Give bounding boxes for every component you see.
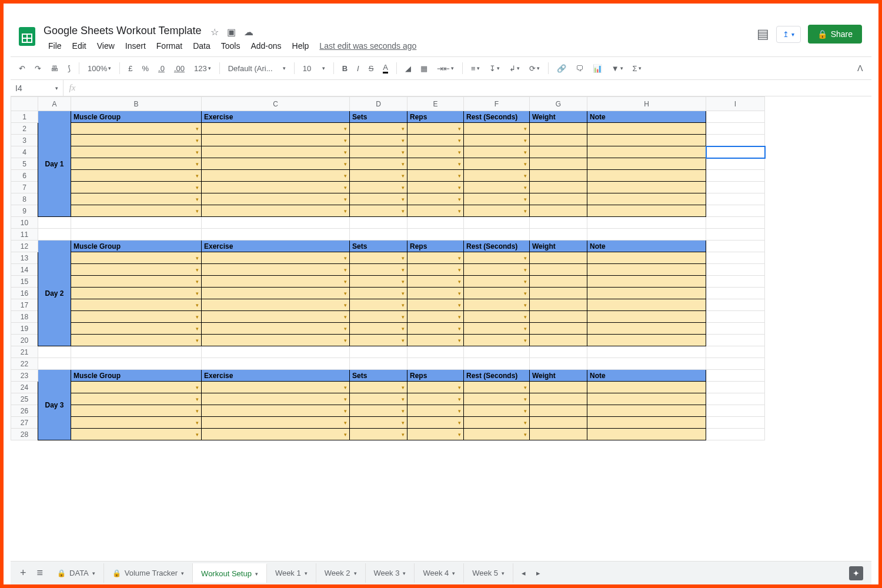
data-validation-cell[interactable] [202, 276, 350, 288]
row-header[interactable]: 12 [11, 240, 38, 252]
data-validation-cell[interactable] [407, 276, 464, 288]
column-header-cell[interactable]: Reps [407, 240, 464, 252]
data-validation-cell[interactable] [350, 135, 407, 146]
data-validation-cell[interactable] [350, 323, 407, 335]
column-header-cell[interactable]: Rest (Seconds) [464, 370, 530, 382]
data-validation-cell[interactable] [202, 429, 350, 440]
explore-button[interactable]: ✦ [849, 566, 863, 580]
tab-scroll-right-icon[interactable]: ▸ [536, 569, 540, 577]
input-cell[interactable] [530, 170, 587, 182]
data-validation-cell[interactable] [407, 382, 464, 393]
cell[interactable] [350, 217, 407, 229]
input-cell[interactable] [587, 429, 706, 440]
data-validation-cell[interactable] [407, 288, 464, 299]
input-cell[interactable] [587, 193, 706, 205]
input-cell[interactable] [530, 335, 587, 346]
input-cell[interactable] [587, 417, 706, 429]
input-cell[interactable] [530, 382, 587, 393]
halign-icon[interactable]: ≡▾ [467, 62, 483, 75]
data-validation-cell[interactable] [350, 417, 407, 429]
input-cell[interactable] [530, 193, 587, 205]
data-validation-cell[interactable] [202, 123, 350, 135]
data-validation-cell[interactable] [71, 311, 202, 323]
data-validation-cell[interactable] [71, 182, 202, 193]
data-validation-cell[interactable] [464, 288, 530, 299]
data-validation-cell[interactable] [202, 299, 350, 311]
input-cell[interactable] [587, 382, 706, 393]
data-validation-cell[interactable] [202, 323, 350, 335]
column-header-cell[interactable]: Sets [350, 370, 407, 382]
redo-icon[interactable]: ↷ [31, 62, 45, 75]
cell[interactable] [706, 252, 765, 264]
collapse-toolbar-icon[interactable]: ᐱ [854, 61, 867, 75]
data-validation-cell[interactable] [71, 299, 202, 311]
fill-color-icon[interactable]: ◢ [402, 62, 415, 75]
data-validation-cell[interactable] [350, 393, 407, 405]
input-cell[interactable] [530, 429, 587, 440]
row-header[interactable]: 27 [11, 417, 38, 429]
input-cell[interactable] [587, 182, 706, 193]
sheet-tab[interactable]: Week 3▾ [366, 563, 415, 583]
cell[interactable] [71, 358, 202, 370]
data-validation-cell[interactable] [464, 276, 530, 288]
link-icon[interactable]: 🔗 [553, 62, 570, 75]
data-validation-cell[interactable] [464, 299, 530, 311]
tab-menu-caret-icon[interactable]: ▾ [354, 570, 357, 576]
data-validation-cell[interactable] [350, 335, 407, 346]
tab-menu-caret-icon[interactable]: ▾ [403, 570, 406, 576]
day-label-cell[interactable]: Day 1 [38, 111, 71, 217]
menu-add-ons[interactable]: Add-ons [246, 40, 286, 52]
cell[interactable] [706, 323, 765, 335]
row-header[interactable]: 25 [11, 393, 38, 405]
sheet-tab[interactable]: Week 1▾ [267, 563, 316, 583]
row-header[interactable]: 8 [11, 193, 38, 205]
cell[interactable] [71, 346, 202, 358]
data-validation-cell[interactable] [464, 158, 530, 170]
present-button[interactable]: ↥▾ [776, 26, 801, 43]
cell[interactable] [530, 229, 587, 240]
valign-icon[interactable]: ↧▾ [486, 62, 503, 75]
column-header-cell[interactable]: Exercise [202, 111, 350, 123]
all-sheets-button[interactable]: ≡ [32, 563, 48, 583]
col-header-B[interactable]: B [71, 97, 202, 111]
input-cell[interactable] [530, 405, 587, 417]
move-icon[interactable]: ▣ [227, 26, 236, 38]
data-validation-cell[interactable] [407, 205, 464, 217]
cell[interactable] [706, 135, 765, 146]
data-validation-cell[interactable] [350, 205, 407, 217]
share-button[interactable]: 🔒 Share [808, 25, 862, 44]
sheet-tab[interactable]: 🔒Volume Tracker▾ [104, 563, 193, 583]
data-validation-cell[interactable] [71, 123, 202, 135]
data-validation-cell[interactable] [464, 264, 530, 276]
data-validation-cell[interactable] [71, 252, 202, 264]
data-validation-cell[interactable] [350, 299, 407, 311]
data-validation-cell[interactable] [202, 170, 350, 182]
data-validation-cell[interactable] [464, 311, 530, 323]
input-cell[interactable] [587, 323, 706, 335]
data-validation-cell[interactable] [71, 146, 202, 158]
col-header-G[interactable]: G [530, 97, 587, 111]
menu-help[interactable]: Help [288, 40, 314, 52]
cell[interactable] [71, 217, 202, 229]
wrap-icon[interactable]: ↲▾ [506, 62, 523, 75]
data-validation-cell[interactable] [464, 417, 530, 429]
menu-data[interactable]: Data [188, 40, 215, 52]
data-validation-cell[interactable] [464, 170, 530, 182]
font-select[interactable]: Default (Ari...▾ [225, 62, 289, 75]
cell[interactable] [706, 170, 765, 182]
data-validation-cell[interactable] [202, 158, 350, 170]
data-validation-cell[interactable] [464, 193, 530, 205]
data-validation-cell[interactable] [350, 288, 407, 299]
col-header-D[interactable]: D [350, 97, 407, 111]
data-validation-cell[interactable] [350, 193, 407, 205]
cell[interactable] [706, 299, 765, 311]
input-cell[interactable] [587, 405, 706, 417]
cell[interactable] [587, 217, 706, 229]
sheet-tab[interactable]: Workout Setup▾ [193, 563, 267, 583]
data-validation-cell[interactable] [71, 158, 202, 170]
cell[interactable] [350, 358, 407, 370]
cell[interactable] [407, 229, 464, 240]
percent-button[interactable]: % [138, 62, 152, 75]
data-validation-cell[interactable] [202, 382, 350, 393]
comments-icon[interactable]: ▤ [757, 26, 769, 42]
